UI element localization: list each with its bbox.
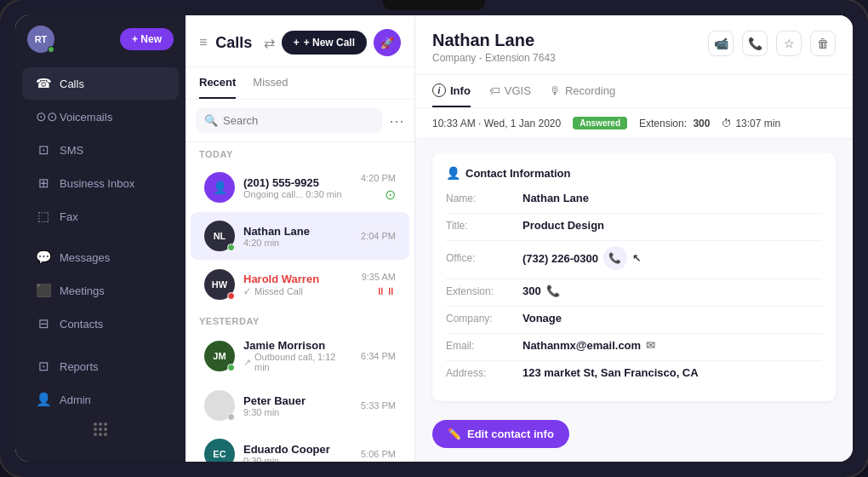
status-dot: [227, 292, 235, 300]
search-bar: 🔍 ⋯: [186, 100, 414, 142]
call-status-icon: ⊙: [361, 187, 396, 203]
info-row-company: Company: Vonage: [446, 312, 822, 325]
tab-recent[interactable]: Recent: [199, 67, 236, 99]
sidebar-nav: ☎ Calls ⊙⊙ Voicemails ⊡ SMS ⊞ Business I…: [15, 66, 186, 341]
edit-contact-button[interactable]: ✏️ Edit contact info: [432, 420, 569, 448]
contact-name: Nathan Lane: [432, 31, 556, 50]
call-meta: 9:35 AM ⏸⏸: [362, 272, 396, 297]
transfer-icon: ⇄: [264, 35, 275, 51]
info-row-name: Name: Nathan Lane: [446, 192, 822, 204]
info-row-extension: Extension: 300 📞: [446, 284, 822, 297]
call-meta: 4:20 PM ⊙: [361, 173, 396, 203]
call-item[interactable]: EC Eduardo Cooper 0:30 min 5:06 PM: [191, 430, 409, 462]
sidebar-item-meetings[interactable]: ⬛ Meetings: [22, 274, 179, 307]
status-dot: [227, 364, 235, 371]
phone-hover-button[interactable]: 📞: [603, 246, 627, 270]
call-button[interactable]: 📞: [742, 31, 768, 56]
call-time: 4:20 PM: [361, 173, 396, 183]
email-label: Email:: [446, 340, 523, 352]
tab-vgis[interactable]: 🏷 VGIS: [489, 75, 531, 107]
call-record-time: 10:33 AM · Wed, 1 Jan 2020: [432, 118, 561, 129]
phone-hover-icon: 📞: [608, 252, 621, 264]
sidebar-item-messages[interactable]: 💬 Messages: [22, 241, 179, 273]
call-time: 2:04 PM: [361, 231, 396, 241]
star-icon: ☆: [784, 37, 795, 50]
call-sub: 4:20 min: [243, 238, 352, 248]
menu-icon[interactable]: ≡: [199, 35, 207, 50]
contact-name-area: Nathan Lane Company - Extension 7643: [432, 31, 556, 64]
name-value: Nathan Lane: [523, 192, 589, 204]
call-meta: 5:06 PM: [361, 449, 396, 459]
avatar: RT: [27, 26, 54, 53]
call-item[interactable]: 👤 (201) 555-9925 Ongoing call... 0:30 mi…: [191, 164, 409, 211]
trash-icon: 🗑: [817, 37, 829, 50]
call-sub: ↗ Outbound call, 1:12 min: [243, 352, 352, 372]
call-info: Harold Warren ↙ Missed Call: [243, 273, 353, 296]
tab-recording[interactable]: 🎙 Recording: [550, 75, 615, 107]
call-name: Eduardo Cooper: [243, 443, 352, 456]
sidebar-item-admin[interactable]: 👤 Admin: [22, 383, 179, 416]
call-name: Nathan Lane: [243, 225, 352, 238]
detail-actions: 📹 📞 ☆ 🗑: [708, 31, 836, 56]
more-options-icon[interactable]: ⋯: [389, 112, 404, 130]
new-button[interactable]: + New: [120, 28, 174, 50]
info-row-office: Office: (732) 226-0300 📞 ↖: [446, 246, 822, 270]
reports-icon: ⊡: [36, 359, 51, 374]
device-notch: [383, 0, 485, 10]
sidebar-item-sms[interactable]: ⊡ SMS: [22, 134, 179, 166]
sidebar-item-voicemails[interactable]: ⊙⊙ Voicemails: [22, 101, 179, 133]
rocket-button[interactable]: 🚀: [374, 29, 401, 56]
info-row-address: Address: 123 market St, San Francisco, C…: [446, 366, 822, 379]
cursor-indicator: ↖: [632, 252, 641, 264]
avatar-status-dot: [48, 46, 54, 53]
call-item[interactable]: NL Nathan Lane 4:20 min 2:04 PM: [191, 212, 409, 260]
contact-info-icon: 👤: [446, 166, 460, 180]
answered-badge: Answered: [573, 117, 627, 129]
title-label: Title:: [446, 220, 523, 232]
info-row-title: Title: Product Design: [446, 219, 822, 232]
call-sub: ↙ Missed Call: [243, 285, 353, 296]
fax-icon: ⬚: [36, 209, 51, 224]
call-info: (201) 555-9925 Ongoing call... 0:30 min: [243, 176, 352, 199]
calls-title: Calls: [215, 34, 252, 52]
tab-missed[interactable]: Missed: [253, 67, 288, 99]
call-avatar: 👤: [204, 172, 235, 203]
detail-tabs: i Info 🏷 VGIS 🎙 Recording: [415, 75, 853, 108]
sidebar-item-reports[interactable]: ⊡ Reports: [22, 350, 179, 382]
tab-info[interactable]: i Info: [432, 75, 471, 107]
status-dot: [227, 413, 235, 421]
search-icon: 🔍: [204, 114, 218, 127]
call-item[interactable]: JM Jamie Morrison ↗ Outbound call, 1:12 …: [191, 330, 409, 381]
edit-icon: ✏️: [448, 428, 461, 440]
calls-list-panel: ≡ Calls ⇄ ++ New Call 🚀 Recent: [186, 15, 415, 462]
email-icon: ✉: [646, 339, 655, 352]
new-call-button[interactable]: ++ New Call: [282, 31, 367, 55]
star-button[interactable]: ☆: [776, 31, 802, 56]
sms-icon: ⊡: [36, 142, 51, 158]
sidebar-item-contacts[interactable]: ⊟ Contacts: [22, 307, 179, 340]
address-label: Address:: [446, 367, 523, 379]
video-call-button[interactable]: 📹: [708, 31, 734, 56]
call-avatar: HW: [204, 269, 235, 300]
call-record-bar: 10:33 AM · Wed, 1 Jan 2020 Answered Exte…: [415, 108, 853, 139]
call-sub: Ongoing call... 0:30 min: [243, 189, 352, 199]
sidebar-item-fax[interactable]: ⬚ Fax: [22, 200, 179, 233]
grid-apps-icon[interactable]: [94, 422, 107, 436]
call-avatar: [204, 390, 235, 421]
calls-title-area: ≡ Calls: [199, 34, 252, 52]
delete-button[interactable]: 🗑: [810, 31, 836, 56]
ongoing-icon: ⊙: [385, 187, 396, 202]
call-info: Eduardo Cooper 0:30 min: [243, 443, 352, 463]
call-item[interactable]: Peter Bauer 9:30 min 5:33 PM: [191, 382, 409, 429]
call-item[interactable]: HW Harold Warren ↙ Missed Call 9:35 AM: [191, 261, 409, 308]
call-avatar: NL: [204, 221, 235, 251]
call-meta: 5:33 PM: [361, 400, 396, 411]
detail-header: Nathan Lane Company - Extension 7643 📹 📞…: [415, 15, 853, 75]
sidebar-item-business-inbox[interactable]: ⊞ Business Inbox: [22, 167, 179, 199]
call-avatar: JM: [204, 341, 235, 371]
search-input[interactable]: [223, 114, 374, 127]
rocket-icon: 🚀: [380, 37, 394, 49]
sidebar-item-calls[interactable]: ☎ Calls: [22, 67, 179, 100]
meetings-icon: ⬛: [36, 283, 51, 298]
call-time: 6:34 PM: [361, 351, 396, 361]
